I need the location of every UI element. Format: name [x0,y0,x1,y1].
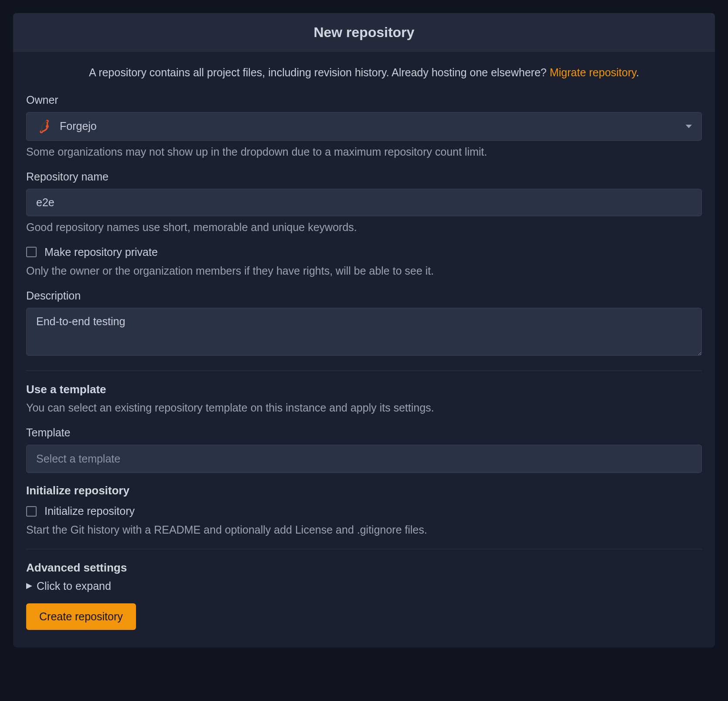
init-help: Start the Git history with a README and … [26,522,702,538]
template-field: Template Select a template [26,425,702,473]
intro-after: . [636,66,639,78]
owner-field: Owner Forgejo Some organizations may not… [26,92,702,160]
advanced-title: Advanced settings [26,560,702,575]
repo-name-help: Good repository names use short, memorab… [26,220,702,235]
init-checkbox[interactable] [26,506,37,517]
private-field: Make repository private Only the owner o… [26,245,702,279]
description-input[interactable] [26,308,702,356]
owner-label: Owner [26,92,702,108]
advanced-expand[interactable]: ▶ Click to expand [26,578,702,594]
template-section-sub: You can select an existing repository te… [26,400,702,415]
owner-dropdown[interactable]: Forgejo [26,112,702,141]
caret-down-icon [686,125,692,128]
repo-name-input[interactable] [26,189,702,216]
template-section-title: Use a template [26,381,702,397]
private-help: Only the owner or the organization membe… [26,263,702,279]
migrate-repository-link[interactable]: Migrate repository [550,66,636,78]
description-field: Description [26,288,702,360]
owner-selected: Forgejo [60,119,97,134]
init-section-title: Initialize repository [26,483,702,498]
advanced-expand-label: Click to expand [37,578,111,594]
private-checkbox-label[interactable]: Make repository private [44,245,158,260]
intro-before: A repository contains all project files,… [89,66,550,78]
init-checkbox-label[interactable]: Initialize repository [44,504,135,519]
repo-name-label: Repository name [26,169,702,184]
template-placeholder: Select a template [36,451,120,466]
owner-help: Some organizations may not show up in th… [26,144,702,160]
init-field: Initialize repository Start the Git hist… [26,504,702,538]
create-repository-button[interactable]: Create repository [26,603,136,630]
forgejo-logo-icon [36,119,52,134]
triangle-right-icon: ▶ [26,580,32,591]
new-repo-panel: New repository A repository contains all… [13,13,715,647]
template-label: Template [26,425,702,440]
private-checkbox[interactable] [26,247,37,257]
repo-name-field: Repository name Good repository names us… [26,169,702,235]
intro-text: A repository contains all project files,… [26,65,702,80]
divider-2 [26,549,702,549]
divider [26,371,702,371]
template-dropdown[interactable]: Select a template [26,445,702,473]
description-label: Description [26,288,702,303]
panel-body: A repository contains all project files,… [13,52,715,647]
panel-title: New repository [13,13,715,52]
